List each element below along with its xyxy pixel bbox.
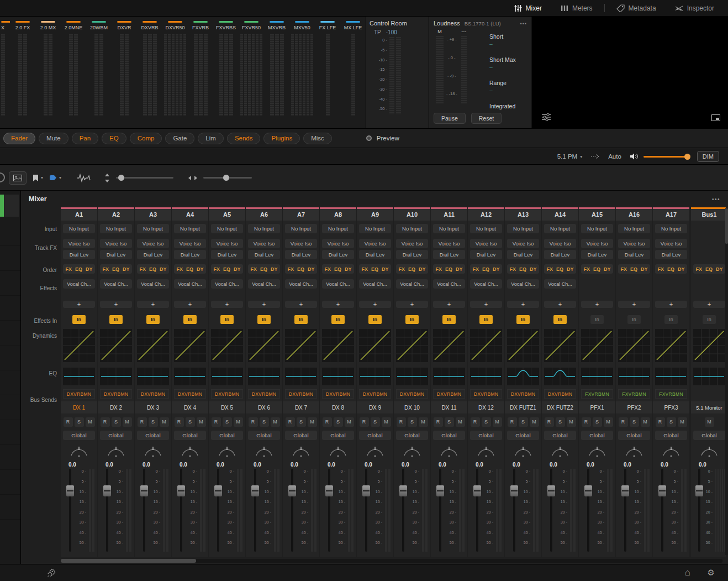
bus-sends[interactable]: DXVRBMN [433,389,465,399]
input-select[interactable]: No Input [433,224,465,233]
effect-plugin[interactable]: Vocal Ch... [248,279,280,289]
record-arm-button[interactable]: R [508,417,517,427]
effects-in-toggle[interactable]: In [627,315,641,324]
fader-slot[interactable] [546,469,556,552]
dialogue-leveler-button[interactable]: Dial Lev [359,250,391,259]
gear-icon[interactable]: ⚙ [708,567,715,579]
order-button[interactable]: FXEQDY [322,264,354,274]
fader-slot[interactable] [435,469,445,552]
effect-plugin[interactable]: Vocal Ch... [470,279,502,289]
mute-button[interactable]: M [530,417,539,427]
order-button[interactable]: FXEQDY [544,264,576,274]
solo-button[interactable]: S [445,417,454,427]
fader-handle[interactable] [399,485,407,496]
dialogue-leveler-button[interactable]: Dial Lev [248,250,280,259]
pan-control[interactable] [581,444,613,459]
mute-button[interactable]: M [123,417,132,427]
eq-graph[interactable] [100,368,132,385]
fader-slot[interactable] [213,469,223,552]
order-button[interactable]: FXEQDY [285,264,317,274]
topbar-inspector-button[interactable]: Inspector [666,0,724,16]
order-button[interactable]: FXEQDY [433,264,465,274]
track-name[interactable]: DX 1 [61,401,97,413]
solo-button[interactable]: S [556,417,565,427]
marker-menu[interactable]: ▾ [49,174,61,181]
add-effect-button[interactable]: + [470,301,502,308]
dialogue-leveler-button[interactable]: Dial Lev [507,250,539,259]
global-button[interactable]: Global [174,431,206,440]
solo-button[interactable]: S [630,417,639,427]
channel-header[interactable]: A17 [653,207,689,221]
zoom-vertical-slider[interactable] [116,177,173,179]
pan-control[interactable] [174,444,206,459]
bus-sends[interactable]: DXVRBMN [100,389,132,399]
voice-isolation-button[interactable]: Voice Iso [618,239,650,248]
fader-slot[interactable] [695,469,704,552]
solo-button[interactable]: S [667,417,676,427]
zoom-horizontal-knob[interactable] [223,175,229,181]
dynamics-graph[interactable] [544,329,576,364]
fader-handle[interactable] [103,485,111,496]
channel-header[interactable]: A12 [468,207,504,221]
bus-sends[interactable]: DXVRBMN [248,389,280,399]
fader-slot[interactable] [287,469,297,552]
dynamics-graph[interactable] [211,329,243,364]
mute-button[interactable]: M [493,417,502,427]
effects-in-toggle[interactable]: In [146,315,160,324]
track-name[interactable]: DX 2 [98,401,134,413]
effect-plugin[interactable]: Vocal Ch... [285,279,317,289]
add-effect-button[interactable]: + [137,301,169,308]
channel-header[interactable]: A9 [357,207,393,221]
filter-tab-fader[interactable]: Fader [3,133,35,144]
horizontal-scrollbar-thumb[interactable] [61,559,196,563]
eq-graph[interactable] [137,368,169,385]
fader-handle[interactable] [473,485,481,496]
zoom-horizontal-slider[interactable] [203,177,252,179]
track-name[interactable]: DX 11 [431,401,467,413]
pan-control[interactable] [211,444,243,459]
global-button[interactable]: Global [693,431,725,440]
voice-isolation-button[interactable]: Voice Iso [137,239,169,248]
effect-plugin[interactable]: Vocal Ch... [211,279,243,289]
dynamics-graph[interactable] [137,329,169,364]
eq-graph[interactable] [322,368,354,385]
solo-button[interactable]: S [297,417,306,427]
effects-in-toggle[interactable]: In [331,315,345,324]
add-effect-button[interactable]: + [655,301,687,308]
fader-slot[interactable] [102,469,112,552]
effects-in-toggle[interactable]: In [590,315,604,324]
bus-sends[interactable]: FXVRBMN [655,389,687,399]
record-arm-button[interactable]: R [471,417,480,427]
mute-button[interactable]: M [86,417,95,427]
fader-slot[interactable] [657,469,667,552]
dialogue-leveler-button[interactable]: Dial Lev [322,250,354,259]
record-arm-button[interactable]: R [212,417,221,427]
bus-sends[interactable]: DXVRBMN [137,389,169,399]
channel-header[interactable]: A2 [98,207,134,221]
effects-in-toggle[interactable]: In [109,315,123,324]
bus-sends[interactable]: DXVRBMN [174,389,206,399]
pan-control[interactable] [507,444,539,459]
effects-in-toggle[interactable]: In [405,315,419,324]
eq-graph[interactable] [581,368,613,385]
filter-tab-sends[interactable]: Sends [227,133,261,144]
pan-control[interactable] [63,444,95,459]
track-name[interactable]: DX FUTZ1 [505,401,541,413]
add-effect-button[interactable]: + [396,301,428,308]
bus-sends[interactable]: DXVRBMN [63,389,95,399]
mute-button[interactable]: M [308,417,317,427]
solo-button[interactable]: S [112,417,121,427]
bus-sends[interactable]: FXVRBMN [618,389,650,399]
solo-button[interactable]: S [186,417,195,427]
mute-button[interactable]: M [271,417,280,427]
dialogue-leveler-button[interactable]: Dial Lev [396,250,428,259]
effect-plugin[interactable]: Vocal Ch... [322,279,354,289]
order-button[interactable]: FXEQDY [507,264,539,274]
eq-graph[interactable] [618,368,650,385]
dynamics-graph[interactable] [693,329,725,364]
add-effect-button[interactable]: + [359,301,391,308]
global-button[interactable]: Global [137,431,169,440]
voice-isolation-button[interactable]: Voice Iso [396,239,428,248]
dynamics-graph[interactable] [396,329,428,364]
dialogue-leveler-button[interactable]: Dial Lev [285,250,317,259]
